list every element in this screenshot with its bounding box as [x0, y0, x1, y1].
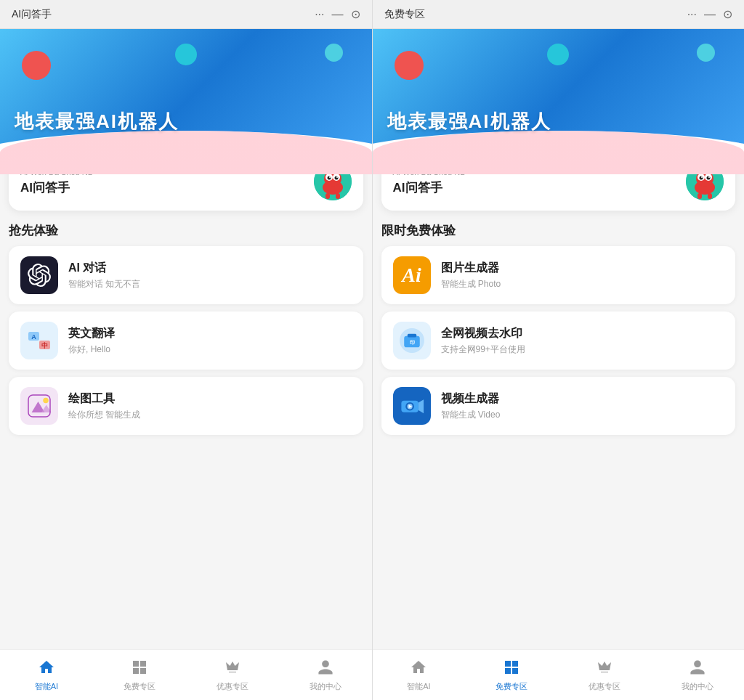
right-feat-sub-3: 智能生成 Video	[441, 409, 501, 421]
left-window-title: AI问答手	[12, 8, 52, 21]
right-bubble-teal	[547, 44, 569, 65]
svg-text:印: 印	[409, 339, 414, 345]
right-nav-profile-label: 我的中心	[682, 681, 713, 692]
svg-point-8	[336, 176, 338, 178]
right-feat-title-3: 视频生成器	[441, 391, 501, 407]
svg-rect-38	[708, 193, 712, 199]
right-nav-smart-ai[interactable]: 智能AI	[373, 659, 466, 692]
right-window-controls[interactable]: ··· — ⊙	[687, 7, 732, 21]
left-feature-translate-text: 英文翻译 你好, Hello	[68, 326, 115, 356]
svg-rect-37	[698, 193, 702, 199]
right-nav-free-zone[interactable]: 免费专区	[465, 659, 558, 692]
svg-point-30	[707, 176, 711, 180]
left-app-label: AI Wen Da Shou NB	[20, 174, 93, 176]
right-feat-sub-2: 支持全网99+平台使用	[441, 343, 525, 356]
left-nav-crown-icon	[224, 659, 241, 679]
right-feat-sub-1: 智能生成 Photo	[441, 278, 501, 290]
ai-icon: Ai	[393, 256, 431, 294]
left-app-info: AI Wen Da Shou NB AI问答手	[20, 174, 93, 196]
right-nav-deals[interactable]: 优惠专区	[558, 659, 651, 692]
left-content-area[interactable]: AI Wen Da Shou NB AI问答手	[0, 174, 372, 649]
monster-svg-right	[686, 174, 724, 200]
right-feature-watermark[interactable]: 印 全网视频去水印 支持全网99+平台使用	[381, 312, 736, 370]
right-title-panel: 免费专区 ··· — ⊙	[373, 0, 745, 28]
svg-point-6	[334, 176, 338, 180]
svg-text:A: A	[31, 333, 36, 341]
right-feature-watermark-text: 全网视频去水印 支持全网99+平台使用	[441, 326, 525, 356]
bubble-teal2	[325, 44, 343, 62]
left-feature-translate[interactable]: A 中 英文翻译 你好, Hello	[9, 312, 363, 370]
right-nav-grid-icon	[503, 659, 520, 679]
right-section-title: 限时免费体验	[381, 222, 736, 239]
left-nav-free-zone[interactable]: 免费专区	[93, 659, 186, 692]
right-bubble-red	[395, 51, 424, 80]
svg-point-32	[708, 176, 710, 178]
svg-point-5	[327, 176, 331, 180]
svg-rect-14	[336, 193, 340, 199]
left-min-btn[interactable]: —	[332, 8, 344, 21]
right-bottom-nav: 智能AI 免费专区 优惠专区	[373, 649, 745, 700]
right-feature-image-gen[interactable]: Ai 图片生成器 智能生成 Photo	[381, 246, 736, 304]
left-section-title: 抢先体验	[9, 222, 363, 239]
gpt-icon	[20, 256, 58, 294]
right-app-card[interactable]: AI Wen Da Shou NB AI问答手	[381, 174, 736, 211]
right-app-label: AI Wen Da Shou NB	[393, 174, 466, 176]
left-nav-smart-ai[interactable]: 智能AI	[0, 659, 93, 692]
right-close-btn[interactable]: ⊙	[723, 7, 732, 21]
right-feat-title-1: 图片生成器	[441, 261, 501, 276]
svg-point-22	[43, 398, 49, 404]
svg-rect-41	[407, 334, 416, 338]
bubble-red	[22, 51, 51, 80]
hero-wave	[0, 131, 372, 174]
right-bubble-teal2	[697, 44, 715, 62]
right-nav-person-icon	[689, 659, 706, 679]
right-feature-video-gen[interactable]: 视频生成器 智能生成 Video	[381, 377, 736, 435]
right-feature-image-gen-text: 图片生成器 智能生成 Photo	[441, 261, 501, 290]
left-nav-deals[interactable]: 优惠专区	[186, 659, 279, 692]
right-phone-panel: 地表最强AI机器人 AI Wen Da Shou NB AI问答手	[373, 29, 745, 700]
right-nav-profile[interactable]: 我的中心	[651, 659, 744, 692]
left-close-btn[interactable]: ⊙	[351, 7, 360, 21]
draw-icon	[20, 387, 58, 425]
left-feat-title-1: AI 对话	[68, 261, 140, 276]
left-feature-draw-text: 绘图工具 绘你所想 智能生成	[68, 391, 140, 421]
left-feat-title-2: 英文翻译	[68, 326, 115, 341]
svg-marker-47	[418, 399, 423, 413]
title-bar: AI问答手 ··· — ⊙ 免费专区 ··· — ⊙	[0, 0, 744, 29]
right-min-btn[interactable]: —	[704, 8, 716, 21]
translate-icon: A 中	[20, 322, 58, 359]
left-feature-ai-chat-text: AI 对话 智能对话 知无不言	[68, 261, 140, 290]
left-app-name: AI问答手	[20, 179, 93, 196]
right-window-title: 免费专区	[384, 8, 425, 21]
svg-text:中: 中	[41, 342, 48, 349]
svg-point-29	[700, 176, 703, 180]
left-nav-person-icon	[317, 659, 334, 679]
left-phone-panel: 地表最强AI机器人 AI Wen Da Shou NB AI问答手	[0, 29, 373, 700]
left-window-controls[interactable]: ··· — ⊙	[315, 7, 360, 21]
right-app-name: AI问答手	[393, 179, 466, 196]
svg-point-7	[329, 176, 331, 178]
left-nav-home-icon	[38, 659, 55, 679]
right-nav-free-label: 免费专区	[496, 681, 527, 692]
left-feature-ai-chat[interactable]: AI 对话 智能对话 知无不言	[9, 246, 363, 304]
left-feat-title-3: 绘图工具	[68, 391, 140, 407]
left-hero-banner: 地表最强AI机器人	[0, 29, 372, 174]
left-feat-sub-1: 智能对话 知无不言	[68, 278, 140, 290]
left-feat-sub-3: 绘你所想 智能生成	[68, 409, 140, 421]
right-hero-wave	[373, 131, 745, 174]
right-feature-video-gen-text: 视频生成器 智能生成 Video	[441, 391, 501, 421]
right-content-area[interactable]: AI Wen Da Shou NB AI问答手	[373, 174, 745, 649]
left-title-panel: AI问答手 ··· — ⊙	[0, 0, 373, 28]
left-feature-draw[interactable]: 绘图工具 绘你所想 智能生成	[9, 377, 363, 435]
right-more-btn[interactable]: ···	[687, 8, 697, 21]
left-nav-profile-label: 我的中心	[310, 681, 341, 692]
right-hero-banner: 地表最强AI机器人	[373, 29, 745, 174]
left-more-btn[interactable]: ···	[315, 8, 324, 21]
right-app-avatar	[686, 174, 724, 200]
right-feat-title-2: 全网视频去水印	[441, 326, 525, 341]
left-nav-smart-ai-label: 智能AI	[35, 681, 58, 692]
left-nav-free-label: 免费专区	[124, 681, 155, 692]
left-nav-profile[interactable]: 我的中心	[279, 659, 372, 692]
left-app-card[interactable]: AI Wen Da Shou NB AI问答手	[9, 174, 363, 211]
main-area: 地表最强AI机器人 AI Wen Da Shou NB AI问答手	[0, 29, 744, 700]
